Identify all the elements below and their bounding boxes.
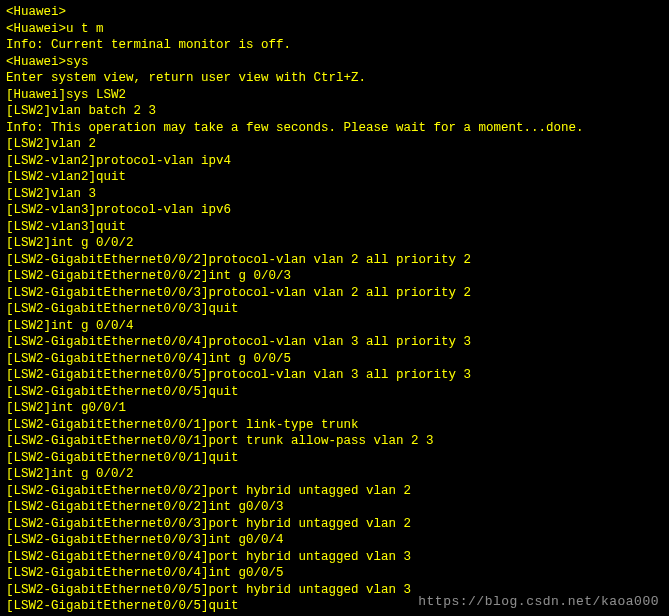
terminal-line: <Huawei> (6, 4, 663, 21)
watermark-text: https://blog.csdn.net/kaoa000 (418, 594, 659, 611)
terminal-line: [LSW2]vlan batch 2 3 (6, 103, 663, 120)
terminal-line: Enter system view, return user view with… (6, 70, 663, 87)
terminal-line: [LSW2-GigabitEthernet0/0/4]int g 0/0/5 (6, 351, 663, 368)
terminal-line: [LSW2-GigabitEthernet0/0/4]int g0/0/5 (6, 565, 663, 582)
terminal-line: [LSW2-GigabitEthernet0/0/1]quit (6, 450, 663, 467)
terminal-line: [LSW2]int g 0/0/2 (6, 235, 663, 252)
terminal-line: [LSW2-vlan3]quit (6, 219, 663, 236)
terminal-line: [LSW2-GigabitEthernet0/0/3]protocol-vlan… (6, 285, 663, 302)
terminal-line: [LSW2]vlan 2 (6, 136, 663, 153)
terminal-line: [LSW2-GigabitEthernet0/0/1]port link-typ… (6, 417, 663, 434)
terminal-line: [LSW2-vlan2]protocol-vlan ipv4 (6, 153, 663, 170)
terminal-line: [LSW2]vlan 3 (6, 186, 663, 203)
terminal-line: [LSW2-GigabitEthernet0/0/4]port hybrid u… (6, 549, 663, 566)
terminal-output[interactable]: <Huawei><Huawei>u t mInfo: Current termi… (6, 4, 663, 616)
terminal-line: [LSW2-GigabitEthernet0/0/4]protocol-vlan… (6, 334, 663, 351)
terminal-line: <Huawei>u t m (6, 21, 663, 38)
terminal-line: [LSW2-GigabitEthernet0/0/2]int g0/0/3 (6, 499, 663, 516)
terminal-line: [LSW2-GigabitEthernet0/0/1]port trunk al… (6, 433, 663, 450)
terminal-line: [LSW2]int g 0/0/2 (6, 466, 663, 483)
terminal-line: [Huawei]sys LSW2 (6, 87, 663, 104)
terminal-line: <Huawei>sys (6, 54, 663, 71)
terminal-line: [LSW2]int g0/0/1 (6, 400, 663, 417)
terminal-line: [LSW2-GigabitEthernet0/0/3]int g0/0/4 (6, 532, 663, 549)
terminal-line: [LSW2-GigabitEthernet0/0/5]quit (6, 384, 663, 401)
terminal-line: Info: Current terminal monitor is off. (6, 37, 663, 54)
terminal-line: [LSW2]int g 0/0/4 (6, 318, 663, 335)
terminal-line: [LSW2-GigabitEthernet0/0/5]protocol-vlan… (6, 367, 663, 384)
terminal-line: [LSW2-GigabitEthernet0/0/3]quit (6, 301, 663, 318)
terminal-line: [LSW2-GigabitEthernet0/0/3]port hybrid u… (6, 516, 663, 533)
terminal-line: [LSW2-vlan3]protocol-vlan ipv6 (6, 202, 663, 219)
terminal-line: [LSW2-GigabitEthernet0/0/2]int g 0/0/3 (6, 268, 663, 285)
terminal-line: [LSW2-GigabitEthernet0/0/2]port hybrid u… (6, 483, 663, 500)
terminal-line: [LSW2-vlan2]quit (6, 169, 663, 186)
terminal-line: Info: This operation may take a few seco… (6, 120, 663, 137)
terminal-line: [LSW2-GigabitEthernet0/0/2]protocol-vlan… (6, 252, 663, 269)
